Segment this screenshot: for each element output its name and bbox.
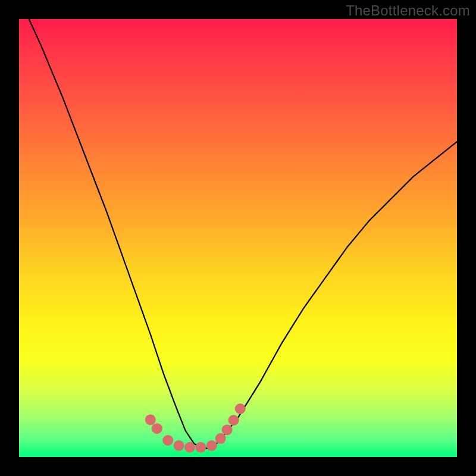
plot-area xyxy=(19,19,457,457)
highlight-dot xyxy=(228,415,239,425)
highlight-dot xyxy=(162,435,173,446)
bottleneck-curve xyxy=(19,19,457,448)
chart-frame: TheBottleneck.com xyxy=(0,0,476,476)
highlight-dot xyxy=(145,414,156,425)
highlight-dot xyxy=(174,440,184,451)
watermark-text: TheBottleneck.com xyxy=(346,2,470,19)
highlight-dot xyxy=(184,442,195,453)
curve-layer xyxy=(19,19,457,457)
highlight-dot xyxy=(222,424,233,435)
highlight-dot xyxy=(206,440,217,451)
highlight-dot xyxy=(235,403,246,414)
highlight-dot xyxy=(152,423,162,434)
highlight-dot xyxy=(215,433,226,444)
highlight-dot xyxy=(195,442,206,453)
